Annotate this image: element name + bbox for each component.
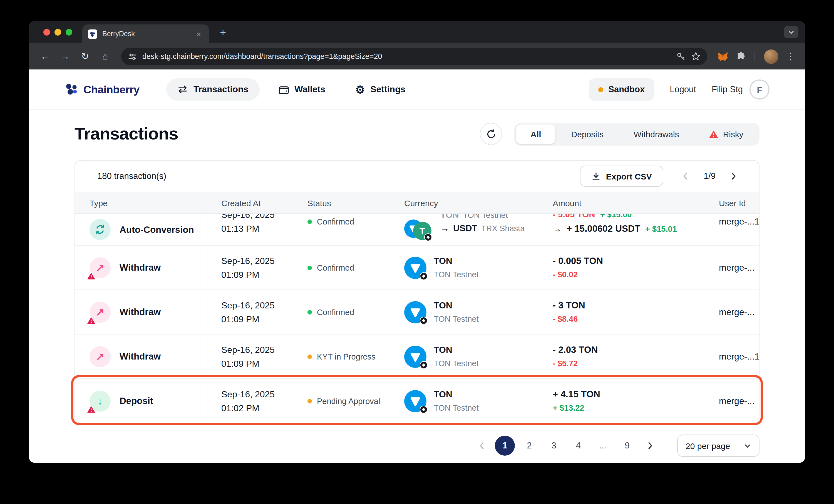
created-time: 01:09 PM xyxy=(221,268,275,281)
table-column-header: Type Created At Status Currency Amount U… xyxy=(75,192,759,214)
testnet-gem-icon xyxy=(420,317,427,324)
password-key-icon[interactable] xyxy=(676,52,685,61)
amount-cell: - 0.005 TON- $0.02 xyxy=(538,246,704,290)
next-page-button[interactable] xyxy=(727,169,740,183)
created-date: Sep-16, 2025 xyxy=(221,254,275,268)
type-cell: ↗Withdraw xyxy=(75,290,207,334)
table-row[interactable]: Auto-ConversionSep-16, 202501:13 PMConfi… xyxy=(75,214,759,245)
user-id-cell: merge-... xyxy=(704,379,759,423)
status-badge: Confirmed xyxy=(307,217,354,226)
currency-cell: TONTON Testnet xyxy=(390,335,538,379)
created-at-cell: Sep-16, 202501:09 PM xyxy=(207,335,293,379)
filter-all[interactable]: All xyxy=(516,124,555,144)
filter-risky[interactable]: Risky xyxy=(695,124,758,144)
user-id-cell: merge-... xyxy=(704,246,759,290)
nav-label: Transactions xyxy=(194,85,248,94)
download-icon xyxy=(592,172,600,181)
logout-button[interactable]: Logout xyxy=(670,85,696,94)
site-settings-icon[interactable] xyxy=(128,52,137,61)
column-divider xyxy=(207,192,207,423)
pagination-prev-button[interactable] xyxy=(474,436,490,456)
chainberry-logo-icon xyxy=(65,82,79,97)
nav-label: Settings xyxy=(370,85,405,94)
testnet-gem-icon xyxy=(420,405,427,413)
browser-menu-icon[interactable]: ⋮ xyxy=(783,50,798,62)
created-at-cell: Sep-16, 202501:09 PM xyxy=(207,246,293,290)
reload-button[interactable]: ↻ xyxy=(75,47,94,66)
currency-pair-icon: T xyxy=(404,219,433,240)
forward-button[interactable]: → xyxy=(56,47,74,66)
new-tab-button[interactable]: + xyxy=(216,26,230,40)
browser-tab[interactable]: BerryDesk × xyxy=(82,24,209,43)
user-id-cell: merge-...1 xyxy=(704,335,759,379)
column-created-at: Created At xyxy=(207,198,293,208)
nav-item-settings[interactable]: ⚙ Settings xyxy=(344,78,416,101)
table-row[interactable]: ↗WithdrawSep-16, 202501:09 PMKYT in Prog… xyxy=(75,334,759,379)
filter-deposits[interactable]: Deposits xyxy=(557,124,618,144)
brand-logo[interactable]: Chainberry xyxy=(65,82,139,97)
window-controls xyxy=(43,29,72,36)
transaction-type-label: Deposit xyxy=(119,396,153,406)
currency-coin-icon xyxy=(404,345,426,368)
title-row: Transactions All Deposits Withdrawals Ri… xyxy=(74,121,760,147)
warning-badge-icon xyxy=(87,273,95,279)
tab-search-button[interactable] xyxy=(784,26,798,38)
deposit-icon: ↓ xyxy=(89,390,111,411)
tab-title: BerryDesk xyxy=(102,30,189,38)
sandbox-badge[interactable]: Sandbox xyxy=(589,78,654,100)
page-button-2[interactable]: 2 xyxy=(519,436,539,456)
refresh-button[interactable] xyxy=(480,123,502,145)
extensions-puzzle-icon[interactable] xyxy=(736,52,746,61)
toolbar-divider xyxy=(754,51,755,62)
currency-cell: TONTON Testnet xyxy=(390,379,538,423)
prev-page-button[interactable] xyxy=(679,169,693,183)
status-label: KYT in Progress xyxy=(317,352,376,361)
currency-cell: TTONTON Testnet→USDTTRX Shasta xyxy=(390,214,538,245)
currency-cell: TONTON Testnet xyxy=(390,246,538,290)
user-id: merge-... xyxy=(719,307,754,317)
table-row[interactable]: ↗WithdrawSep-16, 202501:09 PMConfirmedTO… xyxy=(75,290,759,334)
per-page-select[interactable]: 20 per page xyxy=(677,435,760,457)
page-button-9[interactable]: 9 xyxy=(617,436,637,456)
column-amount: Amount xyxy=(538,198,704,208)
minimize-window-button[interactable] xyxy=(54,29,61,36)
page-button-4[interactable]: 4 xyxy=(568,436,588,456)
page-button-3[interactable]: 3 xyxy=(544,436,564,456)
export-csv-button[interactable]: Export CSV xyxy=(580,166,664,187)
created-time: 01:09 PM xyxy=(221,312,275,326)
close-window-button[interactable] xyxy=(43,29,50,36)
metamask-extension-icon[interactable] xyxy=(717,51,728,62)
filter-withdrawals[interactable]: Withdrawals xyxy=(619,124,693,144)
browser-profile-avatar[interactable] xyxy=(764,49,778,64)
auto-conversion-icon xyxy=(89,219,111,240)
amount-cell: - 5.05 TON+ $15.00→+ 15.00602 USDT+ $15.… xyxy=(538,214,704,245)
user-id-cell: merge-... xyxy=(704,290,759,334)
table-row[interactable]: ↗WithdrawSep-16, 202501:09 PMConfirmedTO… xyxy=(75,245,759,290)
table-row[interactable]: ↓DepositSep-16, 202501:02 PMPending Appr… xyxy=(75,379,759,423)
status-dot xyxy=(307,220,312,224)
app-header: Chainberry Transactions Wallets ⚙ Settin… xyxy=(29,69,805,110)
tab-close-icon[interactable]: × xyxy=(194,29,203,39)
home-button[interactable]: ⌂ xyxy=(96,47,114,66)
status-cell: Confirmed xyxy=(293,290,390,334)
address-bar[interactable]: desk-stg.chainberry.com/dashboard/transa… xyxy=(121,48,707,65)
status-cell: Pending Approval xyxy=(293,379,390,423)
user-id: merge-...1 xyxy=(719,351,759,362)
bookmark-star-icon[interactable] xyxy=(691,52,701,61)
tab-favicon xyxy=(88,29,97,39)
back-button[interactable]: ← xyxy=(36,47,54,66)
testnet-gem-icon xyxy=(420,272,427,280)
app-page: Chainberry Transactions Wallets ⚙ Settin… xyxy=(29,69,805,463)
page-button-1[interactable]: 1 xyxy=(495,436,515,456)
transaction-type-label: Withdraw xyxy=(119,307,161,317)
transactions-card: 180 transaction(s) Export CSV 1/9 xyxy=(74,160,760,423)
nav-item-wallets[interactable]: Wallets xyxy=(267,78,336,100)
maximize-window-button[interactable] xyxy=(66,29,72,36)
nav-item-transactions[interactable]: Transactions xyxy=(166,78,259,100)
transfer-arrows-icon xyxy=(177,85,188,94)
withdraw-icon: ↗ xyxy=(89,301,111,323)
chevron-down-icon xyxy=(788,29,794,36)
user-avatar[interactable]: F xyxy=(749,79,769,99)
page-ellipsis: ... xyxy=(593,436,613,456)
pagination-next-button[interactable] xyxy=(642,436,658,456)
